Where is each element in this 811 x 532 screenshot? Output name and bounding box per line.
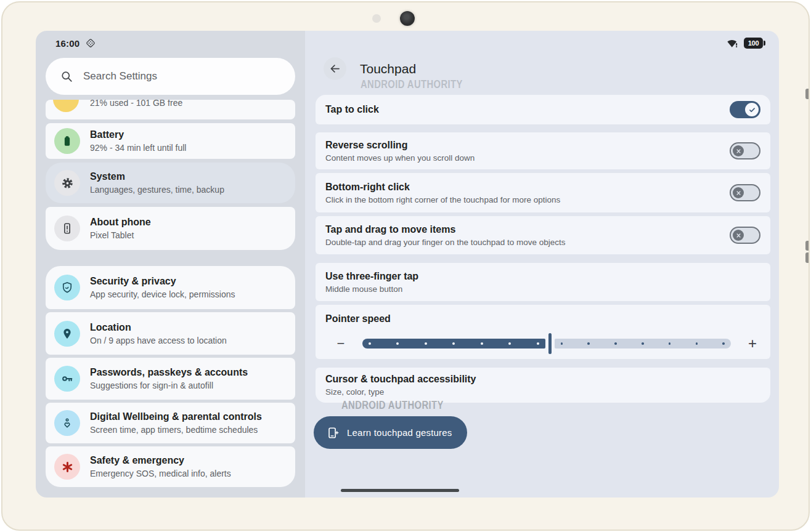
row-title: Use three-finger tap: [325, 271, 723, 282]
wellbeing-icon: [54, 410, 80, 436]
battery-percent: 100: [748, 39, 759, 47]
location-pin-icon: [54, 321, 80, 347]
power-button: [805, 89, 809, 99]
touchpad-settings-panel: 100 Touchpad ANDROID AUTHORITY Tap to cl…: [305, 31, 779, 498]
sidebar-item-title: About phone: [90, 217, 151, 228]
row-subtitle: Click in the bottom right corner of the …: [325, 195, 723, 204]
toggle-x-icon: [733, 230, 744, 241]
search-bar[interactable]: [46, 58, 295, 95]
sidebar-item-safety-emergency[interactable]: Safety & emergency Emergency SOS, medica…: [46, 446, 295, 487]
page-header: Touchpad: [324, 57, 416, 80]
row-subtitle: Middle mouse button: [325, 284, 723, 294]
row-subtitle: Size, color, type: [325, 387, 723, 397]
safety-asterisk-icon: [54, 454, 80, 480]
tablet-sparkle-icon: [326, 426, 340, 440]
volume-down-button: [805, 252, 809, 263]
arrow-left-icon: [328, 62, 341, 75]
row-three-finger-tap[interactable]: Use three-finger tap Middle mouse button: [316, 263, 770, 301]
sidebar-item-title: Digital Wellbeing & parental controls: [90, 411, 262, 422]
sidebar-item-subtitle: Screen time, app timers, bedtime schedul…: [90, 425, 262, 435]
slider-filled-track: [362, 339, 545, 349]
slider-remaining-track: [555, 339, 731, 349]
status-bar-right: 100: [727, 38, 763, 49]
shield-icon: [54, 275, 80, 300]
plus-button[interactable]: +: [744, 336, 760, 351]
sidebar-item-subtitle: Suggestions for sign-in & autofill: [90, 381, 248, 390]
sidebar-item-subtitle: On / 9 apps have access to location: [90, 336, 227, 345]
front-camera: [400, 11, 415, 26]
page-title: Touchpad: [360, 62, 416, 76]
row-subtitle: Content moves up when you scroll down: [325, 153, 723, 163]
settings-rows: Tap to click Reverse scrolling Content m…: [316, 95, 770, 403]
row-title: Pointer speed: [325, 313, 760, 324]
row-title: Tap and drag to move items: [325, 224, 723, 235]
toggle-x-icon: [733, 187, 744, 198]
notification-diamond-icon: [85, 38, 96, 49]
sidebar-item-subtitle: 92% - 34 min left until full: [90, 143, 186, 153]
sidebar-item-subtitle: Emergency SOS, medical info, alerts: [90, 469, 231, 478]
battery-status-icon: 100: [744, 38, 763, 49]
back-button[interactable]: [324, 57, 346, 80]
sidebar-item-subtitle: 21% used - 101 GB free: [90, 100, 182, 108]
minus-button[interactable]: −: [333, 337, 349, 350]
storage-icon: [53, 100, 79, 112]
sidebar-item-passwords[interactable]: Passwords, passkeys & accounts Suggestio…: [46, 358, 295, 400]
phone-icon: [54, 216, 80, 241]
battery-icon: [54, 128, 80, 154]
learn-gestures-label: Learn touchpad gestures: [347, 427, 452, 438]
tap-and-drag-toggle[interactable]: [730, 227, 760, 244]
sidebar-item-title: Location: [90, 322, 227, 333]
settings-app-screen: 16:00: [36, 31, 779, 498]
gear-icon: [54, 170, 80, 196]
tap-to-click-toggle[interactable]: [730, 101, 760, 118]
bottom-right-click-toggle[interactable]: [730, 184, 760, 201]
sidebar-item-title: Passwords, passkeys & accounts: [90, 367, 248, 378]
sidebar-item-battery[interactable]: Battery 92% - 34 min left until full: [46, 123, 295, 159]
sidebar-item-storage[interactable]: 21% used - 101 GB free: [46, 100, 295, 119]
status-bar-left: 16:00: [55, 38, 96, 49]
row-bottom-right-click[interactable]: Bottom-right click Click in the bottom r…: [316, 173, 770, 212]
learn-gestures-button[interactable]: Learn touchpad gestures: [314, 416, 467, 449]
search-input[interactable]: [82, 70, 288, 83]
row-title: Tap to click: [325, 104, 723, 115]
sidebar-item-subtitle: Languages, gestures, time, backup: [90, 185, 224, 195]
tablet-device: 16:00: [1, 1, 810, 531]
sidebar-item-about-phone[interactable]: About phone Pixel Tablet: [46, 207, 295, 250]
settings-sidebar: 16:00: [36, 31, 305, 498]
sidebar-item-title: Safety & emergency: [90, 455, 231, 466]
row-tap-to-click[interactable]: Tap to click: [316, 95, 770, 124]
search-icon: [60, 70, 73, 83]
row-pointer-speed: Pointer speed − +: [316, 305, 770, 359]
sidebar-item-title: Battery: [90, 129, 186, 140]
sidebar-item-security-privacy[interactable]: Security & privacy App security, device …: [46, 266, 295, 309]
reverse-scrolling-toggle[interactable]: [730, 142, 760, 159]
toggle-check-icon: [745, 103, 759, 116]
row-title: Reverse scrolling: [325, 140, 723, 151]
slider-track[interactable]: [362, 333, 731, 354]
sidebar-item-digital-wellbeing[interactable]: Digital Wellbeing & parental controls Sc…: [46, 403, 295, 443]
sidebar-list: 21% used - 101 GB free Battery 92% - 34 …: [36, 100, 305, 498]
row-title: Bottom-right click: [325, 182, 723, 193]
volume-up-button: [805, 241, 809, 251]
sidebar-item-system[interactable]: System Languages, gestures, time, backup: [46, 163, 295, 203]
row-title: Cursor & touchpad accessibility: [325, 374, 723, 385]
sidebar-item-location[interactable]: Location On / 9 apps have access to loca…: [46, 312, 295, 355]
light-sensor: [372, 14, 381, 23]
sidebar-item-subtitle: App security, device lock, permissions: [90, 289, 235, 299]
status-clock: 16:00: [55, 38, 79, 49]
wifi-icon: [727, 38, 739, 48]
sidebar-item-subtitle: Pixel Tablet: [90, 230, 151, 240]
pointer-speed-slider: − +: [325, 333, 760, 354]
gesture-navigation-handle[interactable]: [341, 489, 459, 492]
row-subtitle: Double-tap and drag your finger on the t…: [325, 238, 723, 247]
row-reverse-scrolling[interactable]: Reverse scrolling Content moves up when …: [316, 132, 770, 169]
row-cursor-accessibility[interactable]: Cursor & touchpad accessibility Size, co…: [316, 368, 770, 403]
sidebar-item-title: Security & privacy: [90, 276, 235, 287]
slider-handle[interactable]: [548, 333, 552, 354]
key-icon: [54, 366, 80, 392]
sidebar-item-title: System: [90, 171, 224, 182]
group-divider: [46, 254, 295, 266]
toggle-x-icon: [733, 145, 744, 156]
row-tap-and-drag[interactable]: Tap and drag to move items Double-tap an…: [316, 216, 770, 254]
